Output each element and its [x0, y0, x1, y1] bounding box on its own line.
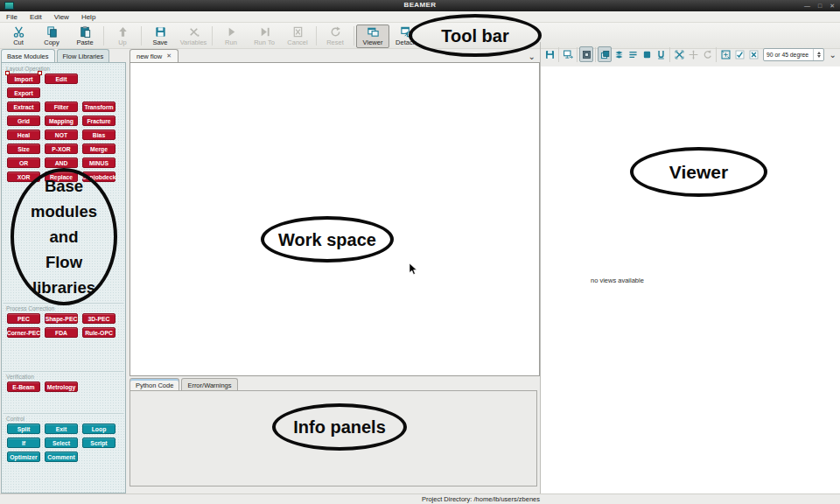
viewer-toolbar-button-move-icon	[686, 46, 700, 62]
annotation-line: Work space	[278, 230, 376, 249]
menu-view[interactable]: View	[48, 13, 75, 21]
panel-tab-base-modules[interactable]: Base Modules	[1, 49, 55, 62]
module-shape-pec[interactable]: Shape-PEC	[45, 313, 78, 324]
viewer-toolbar-button-solid-square-icon[interactable]	[640, 46, 654, 62]
toolbar-button-viewer[interactable]: Viewer	[356, 24, 389, 48]
module-grid[interactable]: Grid	[7, 116, 40, 126]
viewer-toolbar-button-grid-fit-icon[interactable]	[718, 46, 732, 62]
module-or[interactable]: OR	[7, 158, 40, 168]
window-title: BEAMER	[0, 1, 840, 9]
module-if[interactable]: If	[7, 438, 40, 448]
menu-file[interactable]: File	[0, 13, 24, 21]
module-mapping[interactable]: Mapping	[45, 116, 78, 126]
spin-up-icon[interactable]	[817, 52, 821, 54]
module-e-beam[interactable]: E-Beam	[7, 382, 40, 392]
panel-tab-flow-libraries[interactable]: Flow Libraries	[57, 49, 110, 62]
module-and[interactable]: AND	[45, 158, 78, 168]
module-filter[interactable]: Filter	[45, 102, 78, 112]
info-tab-bar: Python CodeError/Warnings	[130, 377, 540, 391]
viewer-toolbar-button-layer-list-icon[interactable]	[626, 46, 640, 62]
menu-edit[interactable]: Edit	[24, 13, 48, 21]
viewer-toolbar-button-underline-u-icon[interactable]	[654, 46, 668, 62]
module-fda[interactable]: FDA	[45, 327, 78, 338]
spin-down-icon[interactable]	[817, 55, 821, 58]
angle-mode-value: 90 or 45 degree	[764, 52, 813, 58]
toolbar-button-paste[interactable]: Paste	[68, 24, 102, 48]
viewer-toolbar-button-expand-icon[interactable]	[672, 46, 686, 62]
toolbar-overflow-chevron-icon[interactable]: ⌄	[528, 52, 540, 62]
minimize-button[interactable]: —	[804, 3, 810, 9]
toolbar-separator	[141, 26, 142, 46]
viewer-toolbar-button-snapshot-icon[interactable]	[561, 46, 575, 62]
section-process-correction: Process CorrectionPECShape-PEC3D-PECCorn…	[4, 305, 123, 372]
toolbar-button-run: Run	[214, 24, 248, 48]
toolbar-separator	[316, 26, 317, 46]
module-script[interactable]: Script	[82, 438, 116, 448]
module-transform[interactable]: Transform	[82, 102, 116, 112]
toolbar-separator	[595, 47, 596, 62]
toolbar-button-label: Run	[225, 38, 237, 46]
toolbar-button-save[interactable]: Save	[144, 24, 177, 48]
info-tab-error-warnings[interactable]: Error/Warnings	[181, 378, 237, 391]
module-pec[interactable]: PEC	[7, 313, 40, 324]
module-extract[interactable]: Extract	[7, 102, 40, 112]
menu-bar: FileEditViewHelp	[0, 11, 840, 23]
menu-help[interactable]: Help	[75, 13, 102, 21]
module-bias[interactable]: Bias	[82, 130, 116, 140]
module-split[interactable]: Split	[7, 424, 40, 434]
viewer-toolbar-button-check-box-icon[interactable]	[732, 46, 746, 62]
module-minus[interactable]: MINUS	[82, 158, 116, 168]
x-box-icon	[748, 49, 760, 60]
viewer-canvas[interactable]	[541, 66, 840, 494]
toolbar-button-cancel: Cancel	[281, 24, 314, 48]
module-merge[interactable]: Merge	[82, 144, 116, 154]
angle-mode-select[interactable]: 90 or 45 degree	[763, 48, 824, 61]
module-metrology[interactable]: Metrology	[45, 382, 78, 392]
cancel-icon	[291, 25, 304, 38]
maximize-button[interactable]: □	[818, 3, 822, 9]
section-title-layout-operation: Layout Operation	[6, 66, 123, 72]
toolbar-button-reset: Reset	[318, 24, 352, 48]
tab-close-icon[interactable]: ✕	[166, 52, 172, 60]
module-edit[interactable]: Edit	[45, 74, 78, 84]
toolbar-button-cut[interactable]: Cut	[2, 24, 35, 48]
module-p-xor[interactable]: P-XOR	[45, 144, 78, 154]
module-3d-pec[interactable]: 3D-PEC	[82, 313, 116, 324]
toolbar-button-label: Reset	[326, 38, 344, 46]
flow-tab-new-flow[interactable]: new flow ✕	[130, 49, 178, 62]
module-rule-opc[interactable]: Rule-OPC	[82, 327, 116, 338]
module-corner-pec[interactable]: Corner-PEC	[7, 327, 40, 338]
module-exit[interactable]: Exit	[45, 424, 78, 434]
toolbar-button-run-to: Run To	[248, 24, 281, 48]
viewer-toolbar-button-x-box-icon[interactable]	[746, 46, 760, 62]
viewer-toolbar-overflow-chevron-icon[interactable]: ⌄	[830, 50, 836, 60]
section-verification: VerificationE-BeamMetrology	[4, 374, 123, 414]
viewer-toolbar-button-layers-icon[interactable]	[598, 46, 612, 62]
module-import[interactable]: Import	[7, 74, 40, 84]
viewer-toolbar-button-stack-icon[interactable]	[612, 46, 626, 62]
module-select[interactable]: Select	[45, 438, 78, 448]
annotation-toolbar: Tool bar	[409, 14, 542, 57]
module-optimizer[interactable]: Optimizer	[7, 452, 40, 462]
spinner-arrows-icon[interactable]	[813, 49, 823, 60]
viewer-toolbar-button-save-icon[interactable]	[542, 46, 556, 62]
toolbar-button-label: Cut	[13, 38, 24, 46]
close-button[interactable]: ✕	[830, 3, 835, 10]
module-heal[interactable]: Heal	[7, 130, 40, 140]
module-not[interactable]: NOT	[45, 130, 78, 140]
viewer-toolbar-button-hierarchy-icon[interactable]	[579, 46, 593, 62]
annotation-workspace: Work space	[261, 216, 394, 262]
toolbar-button-label: Paste	[76, 38, 93, 46]
module-comment[interactable]: Comment	[45, 452, 78, 462]
info-tab-python-code[interactable]: Python Code	[130, 378, 179, 391]
module-loop[interactable]: Loop	[82, 424, 116, 434]
window-controls: — □ ✕	[804, 0, 835, 11]
module-fracture[interactable]: Fracture	[82, 116, 116, 126]
main-toolbar: CutCopyPasteUpSaveVariablesRunRun ToCanc…	[2, 24, 423, 48]
toolbar-button-copy[interactable]: Copy	[35, 24, 68, 48]
module-export[interactable]: Export	[7, 88, 40, 98]
module-size[interactable]: Size	[7, 144, 40, 154]
rotate-icon	[702, 49, 713, 60]
viewer-icon	[367, 25, 380, 38]
move-icon	[688, 49, 699, 60]
